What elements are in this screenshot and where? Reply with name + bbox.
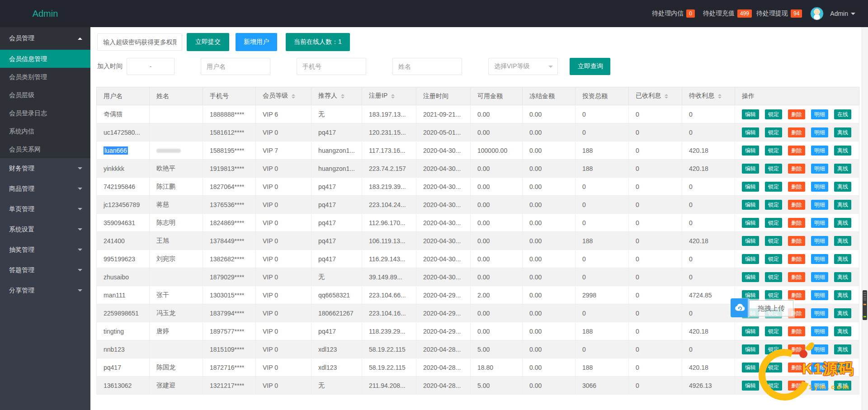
detail-button[interactable]: 明细 (811, 218, 828, 228)
delete-button[interactable]: 删除 (788, 236, 805, 246)
scrollbar-thumb[interactable] (863, 290, 867, 320)
status-button[interactable]: 离线 (834, 308, 851, 318)
lock-button[interactable]: 锁定 (765, 363, 782, 372)
status-button[interactable]: 离线 (834, 146, 851, 156)
sort-icon[interactable] (391, 92, 395, 100)
status-button[interactable]: 离线 (834, 381, 851, 391)
status-button[interactable]: 离线 (834, 236, 851, 246)
edit-button[interactable]: 编辑 (742, 218, 759, 228)
column-header[interactable]: 会员等级 (256, 87, 311, 105)
status-button[interactable]: 离线 (834, 326, 851, 336)
edit-button[interactable]: 编辑 (742, 381, 759, 391)
detail-button[interactable]: 明细 (811, 146, 828, 156)
lock-button[interactable]: 锁定 (765, 254, 782, 264)
delete-button[interactable]: 删除 (788, 127, 805, 137)
detail-button[interactable]: 明细 (811, 381, 828, 391)
submit-button[interactable]: 立即提交 (187, 33, 229, 51)
delete-button[interactable]: 删除 (788, 164, 805, 174)
detail-button[interactable]: 明细 (811, 127, 828, 137)
online-count-button[interactable]: 当前在线人数：1 (286, 33, 350, 51)
admin-dropdown[interactable]: Admin (830, 10, 855, 17)
query-button[interactable]: 立即查询 (570, 58, 610, 75)
detail-button[interactable]: 明细 (811, 200, 828, 210)
delete-button[interactable]: 删除 (788, 146, 805, 156)
sort-icon[interactable] (718, 92, 722, 100)
detail-button[interactable]: 明细 (811, 308, 828, 318)
edit-button[interactable]: 编辑 (742, 127, 759, 137)
super-password-input[interactable] (97, 33, 182, 51)
edit-button[interactable]: 编辑 (742, 236, 759, 246)
sidebar-subitem[interactable]: 会员登录日志 (0, 104, 90, 122)
status-button[interactable]: 离线 (834, 182, 851, 192)
phone-input[interactable] (297, 58, 366, 75)
lock-button[interactable]: 锁定 (765, 182, 782, 192)
sidebar-item[interactable]: 商品管理 (0, 179, 90, 199)
sort-icon[interactable] (665, 92, 668, 100)
delete-button[interactable]: 删除 (788, 109, 805, 119)
detail-button[interactable]: 明细 (811, 254, 828, 264)
sidebar-item[interactable]: 抽奖管理 (0, 240, 90, 260)
pending-recharge-link[interactable]: 待处理充值 499 (703, 9, 752, 18)
status-button[interactable]: 离线 (834, 363, 851, 372)
username-input[interactable] (201, 58, 270, 75)
column-header[interactable]: 注册IP (362, 87, 416, 105)
sidebar-subitem[interactable]: 会员类别管理 (0, 68, 90, 86)
edit-button[interactable]: 编辑 (742, 254, 759, 264)
vip-level-select[interactable]: 选择VIP等级 (488, 58, 558, 75)
delete-button[interactable]: 删除 (788, 344, 805, 354)
drag-upload-widget[interactable]: 拖拽上传 (731, 298, 793, 317)
lock-button[interactable]: 锁定 (765, 200, 782, 210)
detail-button[interactable]: 明细 (811, 326, 828, 336)
lock-button[interactable]: 锁定 (765, 164, 782, 174)
delete-button[interactable]: 删除 (788, 218, 805, 228)
sidebar-item[interactable]: 系统设置 (0, 219, 90, 240)
sidebar-subitem[interactable]: 系统内信 (0, 122, 90, 140)
lock-button[interactable]: 锁定 (765, 326, 782, 336)
sidebar-item[interactable]: 单页管理 (0, 199, 90, 219)
detail-button[interactable]: 明细 (811, 182, 828, 192)
delete-button[interactable]: 删除 (788, 254, 805, 264)
edit-button[interactable]: 编辑 (742, 272, 759, 282)
edit-button[interactable]: 编辑 (742, 344, 759, 354)
edit-button[interactable]: 编辑 (742, 326, 759, 336)
scrollbar-track[interactable] (862, 27, 868, 410)
edit-button[interactable]: 编辑 (742, 109, 759, 119)
delete-button[interactable]: 删除 (788, 182, 805, 192)
pending-messages-link[interactable]: 待处理内信 0 (652, 9, 695, 18)
pending-withdraw-link[interactable]: 待处理提现 94 (756, 9, 802, 18)
status-button[interactable]: 离线 (834, 272, 851, 282)
status-button[interactable]: 离线 (834, 290, 851, 300)
delete-button[interactable]: 删除 (788, 200, 805, 210)
detail-button[interactable]: 明细 (811, 344, 828, 354)
detail-button[interactable]: 明细 (811, 363, 828, 372)
status-button[interactable]: 离线 (834, 164, 851, 174)
lock-button[interactable]: 锁定 (765, 109, 782, 119)
delete-button[interactable]: 删除 (788, 272, 805, 282)
detail-button[interactable]: 明细 (811, 236, 828, 246)
lock-button[interactable]: 锁定 (765, 344, 782, 354)
status-button[interactable]: 离线 (834, 344, 851, 354)
detail-button[interactable]: 明细 (811, 164, 828, 174)
edit-button[interactable]: 编辑 (742, 363, 759, 372)
lock-button[interactable]: 锁定 (765, 236, 782, 246)
edit-button[interactable]: 编辑 (742, 182, 759, 192)
sidebar-subitem[interactable]: 会员层级 (0, 86, 90, 104)
status-button[interactable]: 离线 (834, 254, 851, 264)
status-button[interactable]: 离线 (834, 218, 851, 228)
edit-button[interactable]: 编辑 (742, 164, 759, 174)
lock-button[interactable]: 锁定 (765, 127, 782, 137)
lock-button[interactable]: 锁定 (765, 146, 782, 156)
detail-button[interactable]: 明细 (811, 290, 828, 300)
sidebar-item[interactable]: 会员管理 (0, 27, 90, 50)
sidebar-item[interactable]: 分享管理 (0, 280, 90, 301)
delete-button[interactable]: 删除 (788, 381, 805, 391)
edit-button[interactable]: 编辑 (742, 146, 759, 156)
delete-button[interactable]: 删除 (788, 363, 805, 372)
date-range-input[interactable] (127, 58, 175, 75)
column-header[interactable]: 已收利息 (629, 87, 682, 105)
status-button[interactable]: 在线 (834, 109, 851, 119)
delete-button[interactable]: 删除 (788, 326, 805, 336)
sidebar-subitem[interactable]: 会员信息管理 (0, 50, 90, 68)
avatar[interactable] (810, 7, 824, 20)
column-header[interactable]: 推荐人 (311, 87, 362, 105)
